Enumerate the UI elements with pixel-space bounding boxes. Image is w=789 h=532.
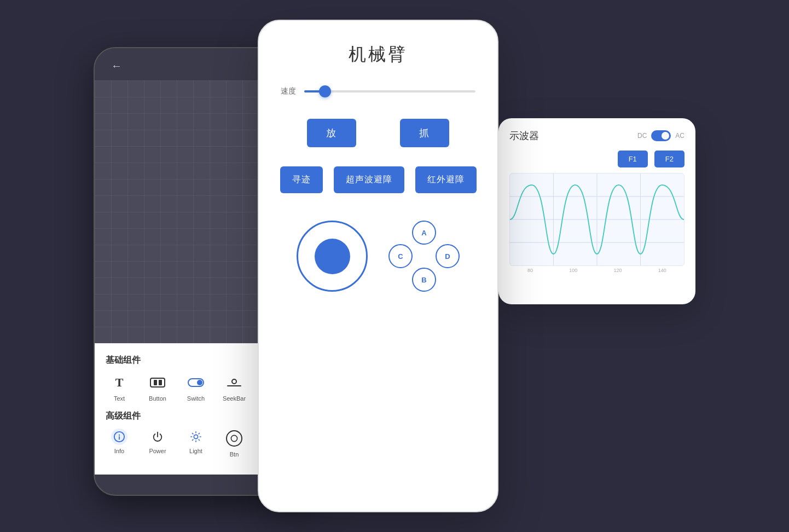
rocker-inner — [315, 239, 350, 274]
oscilloscope-card: 示波器 DC AC F1 F2 80 100 120 140 — [498, 118, 695, 304]
ultrasonic-button[interactable]: 超声波避障 — [334, 166, 404, 193]
speed-slider[interactable] — [304, 86, 475, 97]
center-title: 机械臂 — [275, 43, 481, 67]
f2-button[interactable]: F2 — [654, 151, 684, 167]
zhua-button[interactable]: 抓 — [400, 119, 449, 147]
action-buttons-row2: 寻迹 超声波避障 红外避障 — [275, 166, 481, 193]
btn-icon — [224, 429, 244, 448]
xunzhi-button[interactable]: 寻迹 — [280, 166, 323, 193]
phone-center: 机械臂 速度 放 抓 寻迹 超声波避障 红外避障 — [258, 20, 498, 512]
f1-button[interactable]: F1 — [618, 151, 648, 167]
osc-title: 示波器 — [509, 129, 539, 142]
rocker-outer — [297, 221, 368, 292]
switch-icon — [186, 373, 206, 392]
component-info[interactable]: Info — [106, 429, 133, 458]
text-icon: T — [109, 373, 129, 392]
switch-label: Switch — [187, 395, 205, 402]
back-icon[interactable]: ← — [111, 60, 122, 72]
osc-x-label-4: 140 — [658, 268, 666, 273]
svg-point-1 — [231, 435, 237, 441]
dpad-control: A C D B — [388, 221, 460, 292]
osc-chart — [509, 173, 684, 266]
power-icon — [149, 429, 166, 445]
dpad-btn-c[interactable]: C — [388, 244, 413, 268]
fang-button[interactable]: 放 — [307, 119, 356, 147]
light-icon — [188, 429, 204, 445]
info-icon — [111, 429, 127, 445]
center-content: 机械臂 速度 放 抓 寻迹 超声波避障 红外避障 — [259, 21, 497, 511]
osc-btn-row: F1 F2 — [509, 151, 684, 167]
component-text[interactable]: T Text — [106, 373, 133, 402]
button-label: Button — [149, 395, 166, 402]
osc-x-label-1: 80 — [527, 268, 533, 273]
component-button[interactable]: Button — [144, 373, 171, 402]
button-icon — [148, 373, 167, 392]
seekbar-label: SeekBar — [223, 395, 246, 402]
osc-toggle-switch[interactable] — [651, 130, 671, 141]
component-light[interactable]: Light — [182, 429, 210, 458]
slider-thumb[interactable] — [319, 85, 331, 97]
infrared-button[interactable]: 红外避障 — [415, 166, 477, 193]
info-label: Info — [114, 448, 124, 454]
component-seekbar[interactable]: SeekBar — [221, 373, 248, 402]
dpad-btn-b[interactable]: B — [412, 268, 436, 292]
component-switch[interactable]: Switch — [182, 373, 210, 402]
speed-row: 速度 — [275, 86, 481, 97]
osc-header: 示波器 DC AC — [509, 129, 684, 142]
osc-toggle-row: DC AC — [637, 130, 684, 141]
seekbar-icon — [224, 373, 244, 392]
osc-x-label-3: 120 — [614, 268, 622, 273]
btn-label: Btn — [230, 451, 239, 458]
text-label: Text — [114, 395, 125, 402]
osc-x-labels: 80 100 120 140 — [509, 266, 684, 273]
component-btn[interactable]: Btn — [221, 429, 248, 458]
speed-label: 速度 — [281, 86, 296, 96]
component-power[interactable]: Power — [144, 429, 171, 458]
action-buttons-row1: 放 抓 — [275, 119, 481, 147]
slider-track — [304, 90, 475, 92]
svg-point-0 — [194, 435, 198, 438]
dpad-btn-d[interactable]: D — [436, 244, 460, 268]
osc-ac-label: AC — [675, 132, 684, 140]
dpad-btn-a[interactable]: A — [412, 221, 436, 245]
osc-dc-label: DC — [637, 132, 647, 140]
rocker-control[interactable] — [297, 221, 368, 292]
light-label: Light — [189, 448, 202, 454]
osc-x-label-2: 100 — [569, 268, 577, 273]
power-label: Power — [149, 448, 166, 454]
